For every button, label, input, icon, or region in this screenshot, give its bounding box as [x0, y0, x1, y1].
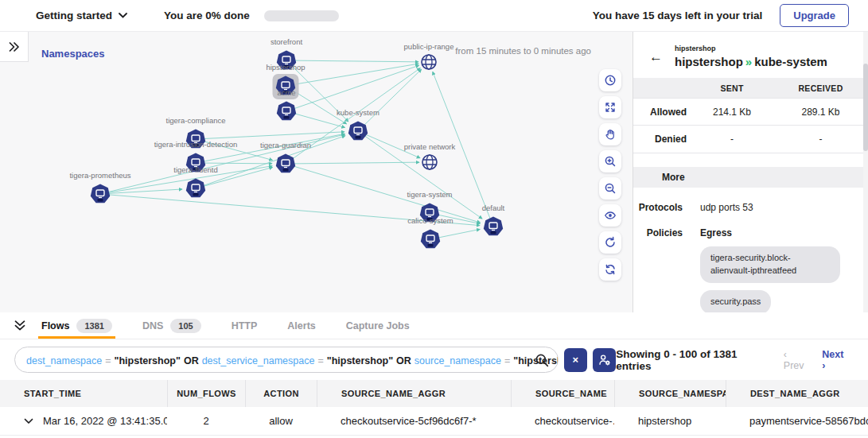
- column-header-source_name_aggr[interactable]: SOURCE_NAME_AGGR: [317, 380, 511, 407]
- zoom-in-icon: [604, 155, 617, 168]
- namespace-graph[interactable]: storefrontpublic-ip-rangehipstershopacme…: [0, 32, 633, 312]
- bottom-tab-bar: Flows1381DNS105HTTPAlertsCapture Jobs: [0, 312, 868, 339]
- graph-node-label: kube-system: [337, 108, 380, 117]
- protocols-label: Protocols: [633, 202, 683, 213]
- query-token-field: dest_service_namespace: [202, 355, 315, 366]
- zoom-in-button[interactable]: [599, 150, 621, 172]
- table-row[interactable]: Mar 16, 2022 @ 13:41:35.0002allowcheckou…: [0, 407, 868, 436]
- column-header-dest_name_aggr[interactable]: DEST_NAME_AGGR: [726, 380, 868, 407]
- query-token-keyword: OR: [184, 355, 199, 366]
- tab-capture-jobs[interactable]: Capture Jobs: [343, 312, 413, 339]
- graph-node-tigera-guardian[interactable]: tigera-guardian: [260, 141, 311, 172]
- flow-direction-icon: »: [745, 55, 752, 68]
- collapse-bottom-panel-button[interactable]: [14, 312, 25, 339]
- stats-sent-value: -: [687, 134, 777, 145]
- stats-sent-value: 214.1 Kb: [687, 107, 777, 118]
- fit-view-button[interactable]: [599, 96, 621, 118]
- graph-edge[interactable]: [286, 162, 419, 164]
- next-page-link[interactable]: Next ›: [822, 349, 849, 371]
- column-header-source_name[interactable]: SOURCE_NAME: [511, 380, 614, 407]
- tab-count-badge: 1381: [76, 319, 111, 333]
- policy-tag[interactable]: security.pass: [700, 290, 771, 312]
- stats-row: Allowed 214.1 Kb 289.1 Kb: [633, 98, 868, 126]
- show-hide-button[interactable]: [599, 204, 621, 227]
- sent-column-header: SENT: [687, 83, 777, 93]
- query-token-keyword: OR: [396, 355, 411, 366]
- service-graph-panel: storefrontpublic-ip-rangehipstershopacme…: [0, 32, 633, 312]
- cell-start-time: Mar 16, 2022 @ 13:41:35.000: [43, 415, 167, 427]
- detail-target: kube-system: [754, 55, 827, 68]
- table-cell: allow: [245, 415, 317, 427]
- tab-flows[interactable]: Flows1381: [38, 312, 115, 339]
- getting-started-menu[interactable]: Getting started: [36, 10, 127, 21]
- expand-row-chevron-icon[interactable]: [24, 418, 33, 424]
- entries-count-label: Showing 0 - 100 of 1381 entries: [616, 348, 771, 372]
- egress-label: Egress: [700, 227, 840, 238]
- stats-row-label: Allowed: [633, 107, 687, 118]
- graph-edge[interactable]: [358, 69, 422, 131]
- progress-text: You are 0% done: [164, 10, 250, 21]
- detail-scrollbar[interactable]: [863, 32, 868, 312]
- query-search-input[interactable]: dest_namespace="hipstershop"ORdest_servi…: [14, 347, 559, 373]
- upgrade-button[interactable]: Upgrade: [780, 4, 849, 27]
- graph-edge[interactable]: [286, 60, 418, 62]
- query-text: dest_namespace="hipstershop"ORdest_servi…: [26, 353, 559, 367]
- progress-bar: [264, 10, 339, 21]
- query-token-value: "hipstershop": [115, 355, 181, 366]
- detail-title: hipstershop»kube-system: [675, 55, 827, 68]
- back-arrow-icon[interactable]: ←: [649, 50, 663, 64]
- query-token-op: =: [317, 355, 323, 366]
- graph-edge[interactable]: [286, 64, 418, 86]
- expand-left-panel-button[interactable]: [0, 32, 29, 62]
- graph-node-acme[interactable]: acme: [277, 88, 296, 120]
- tab-alerts[interactable]: Alerts: [284, 312, 318, 339]
- zoom-out-button[interactable]: [599, 177, 621, 200]
- stats-row: Denied - -: [633, 126, 868, 153]
- graph-node-tigera-prometheus[interactable]: tigera-prometheus: [69, 171, 130, 203]
- graph-node-label: hipstershop: [266, 63, 305, 72]
- user-query-settings-button[interactable]: [593, 348, 616, 372]
- refresh-button[interactable]: [599, 258, 621, 281]
- policy-tag[interactable]: tigera-security.block-alienvault-ipthrea…: [700, 246, 840, 283]
- graph-edge[interactable]: [286, 65, 419, 111]
- close-icon: ×: [572, 354, 578, 366]
- query-token-field: dest_namespace: [26, 355, 102, 366]
- policies-label: Policies: [633, 227, 683, 312]
- graph-node-label: tigera-system: [407, 190, 452, 199]
- column-header-num_flows[interactable]: NUM_FLOWS: [167, 380, 245, 407]
- prev-page-link[interactable]: ‹ Prev: [784, 349, 809, 371]
- pan-icon: [604, 128, 617, 141]
- graph-node-calico-system[interactable]: calico-system: [407, 216, 453, 248]
- trial-countdown-text: You have 15 days left in your trial: [593, 10, 763, 21]
- getting-started-label: Getting started: [36, 10, 112, 21]
- table-cell: hipstershop: [614, 415, 726, 427]
- column-header-action[interactable]: ACTION: [245, 380, 317, 407]
- history-button[interactable]: [599, 69, 621, 91]
- double-chevron-down-icon: [14, 320, 25, 331]
- graph-node-kube-system[interactable]: kube-system: [337, 108, 380, 140]
- double-chevron-right-icon: [9, 42, 20, 52]
- undo-button[interactable]: [599, 231, 621, 254]
- time-range-label: from 15 minutes to 0 minutes ago: [455, 46, 591, 56]
- graph-node-tigera-fluentd[interactable]: tigera-fluentd: [173, 165, 217, 197]
- graph-node-private-network[interactable]: private network: [404, 142, 456, 169]
- graph-node-label: private network: [404, 142, 456, 151]
- received-column-header: RECEIVED: [777, 83, 864, 93]
- pan-button[interactable]: [599, 123, 621, 145]
- table-cell: paymentservice-58567bdc: [726, 415, 868, 427]
- graph-edge[interactable]: [196, 163, 272, 164]
- zoom-out-icon: [604, 182, 617, 195]
- search-icon: [535, 353, 550, 368]
- graph-node-default[interactable]: default: [482, 203, 505, 235]
- stats-header-row: SENT RECEIVED: [633, 78, 868, 98]
- tab-dns[interactable]: DNS105: [139, 312, 204, 339]
- column-header-start_time[interactable]: START_TIME: [0, 380, 167, 407]
- tab-count-badge: 105: [170, 319, 200, 333]
- detail-eyebrow: hipstershop: [675, 45, 827, 52]
- tab-label: DNS: [142, 320, 163, 331]
- clear-query-button[interactable]: ×: [564, 348, 587, 372]
- more-section-header[interactable]: More: [633, 167, 868, 188]
- tab-http[interactable]: HTTP: [228, 312, 261, 339]
- column-header-source_namespace[interactable]: SOURCE_NAMESPACE: [614, 380, 726, 407]
- show-hide-icon: [604, 209, 617, 222]
